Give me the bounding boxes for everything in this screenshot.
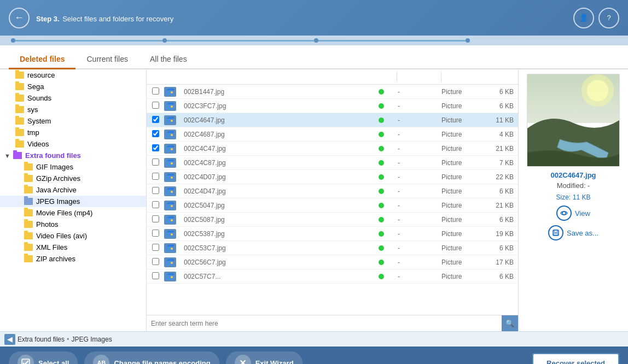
recover-selected-button[interactable]: Recover selected bbox=[532, 353, 619, 364]
table-row[interactable]: 002C5387.jpg-Picture19 KB bbox=[147, 227, 518, 241]
progress-dot-3 bbox=[314, 38, 318, 43]
table-row[interactable]: 002C4687.jpg-Picture4 KB bbox=[147, 127, 518, 142]
tab-all[interactable]: All the files bbox=[139, 50, 198, 69]
sidebar-item-video-avi[interactable]: Video Files (avi) bbox=[0, 230, 146, 242]
checkbox-input[interactable] bbox=[152, 158, 159, 166]
view-label: View bbox=[575, 209, 590, 218]
file-date: - bbox=[398, 116, 441, 124]
checkbox-input[interactable] bbox=[152, 130, 159, 137]
sidebar-item-xml[interactable]: XML Files bbox=[0, 242, 146, 253]
checkbox-input[interactable] bbox=[152, 187, 159, 194]
row-checkbox[interactable] bbox=[147, 244, 164, 253]
table-row[interactable]: 002C4C47.jpg-Picture21 KB bbox=[147, 142, 518, 156]
row-checkbox[interactable] bbox=[147, 173, 164, 181]
table-row[interactable]: 002C4647.jpg-Picture11 KB bbox=[147, 113, 518, 127]
sidebar-item-videos[interactable]: Videos bbox=[0, 138, 146, 150]
select-all-label: Select all bbox=[38, 359, 69, 365]
row-checkbox[interactable] bbox=[147, 130, 164, 139]
table-row[interactable]: 002C57C7...-Picture6 KB bbox=[147, 269, 518, 284]
checkbox-input[interactable] bbox=[152, 173, 159, 180]
file-type: Picture bbox=[441, 244, 485, 252]
checkbox-input[interactable] bbox=[152, 215, 159, 222]
row-checkbox[interactable] bbox=[147, 87, 164, 96]
checkbox-input[interactable] bbox=[152, 244, 159, 251]
sidebar-item-sys[interactable]: sys bbox=[0, 104, 146, 115]
sidebar-item-jpeg[interactable]: JPEG Images bbox=[0, 196, 146, 207]
row-checkbox[interactable] bbox=[147, 201, 164, 210]
search-button[interactable]: 🔍 bbox=[502, 315, 518, 331]
table-row[interactable]: 002C5087.jpg-Picture6 KB bbox=[147, 213, 518, 227]
row-checkbox[interactable] bbox=[147, 258, 164, 267]
sidebar-item-gif[interactable]: GIF Images bbox=[0, 161, 146, 173]
row-checkbox[interactable] bbox=[147, 116, 164, 125]
checkbox-input[interactable] bbox=[152, 102, 159, 109]
sidebar-item-zip[interactable]: ZIP archives bbox=[0, 253, 146, 265]
preview-canvas bbox=[527, 74, 619, 166]
encoding-button[interactable]: AB Change file names encoding bbox=[84, 351, 219, 364]
table-row[interactable]: 002C4D47.jpg-Picture6 KB bbox=[147, 184, 518, 198]
exit-button[interactable]: ✕ Exit Wizard bbox=[226, 351, 303, 364]
special-folder-icon bbox=[13, 152, 22, 159]
checkbox-input[interactable] bbox=[152, 144, 159, 151]
breadcrumb-back[interactable]: ◀ bbox=[4, 334, 15, 345]
row-checkbox[interactable] bbox=[147, 102, 164, 110]
encoding-label: Change file names encoding bbox=[114, 359, 210, 365]
footer: Select all AB Change file names encoding… bbox=[0, 347, 628, 364]
help-button[interactable]: ? bbox=[598, 8, 619, 28]
table-row[interactable]: 002C3FC7.jpg-Picture6 KB bbox=[147, 99, 518, 113]
sidebar-item-extra-found[interactable]: ▼ Extra found files bbox=[0, 150, 146, 161]
progress-line-2 bbox=[167, 40, 314, 42]
row-checkbox[interactable] bbox=[147, 272, 164, 281]
file-thumbnail bbox=[164, 101, 182, 111]
table-row[interactable]: 002C4D07.jpg-Picture22 KB bbox=[147, 170, 518, 184]
breadcrumb-extra-found[interactable]: Extra found files bbox=[18, 336, 65, 343]
table-row[interactable]: 002C4C87.jpg-Picture7 KB bbox=[147, 156, 518, 170]
sidebar-item-resource[interactable]: resource bbox=[0, 69, 146, 81]
table-row[interactable]: 002B1447.jpg-Picture6 KB bbox=[147, 85, 518, 99]
row-checkbox[interactable] bbox=[147, 215, 164, 224]
folder-icon bbox=[15, 118, 24, 125]
table-row[interactable]: 002C5047.jpg-Picture21 KB bbox=[147, 198, 518, 213]
checkbox-input[interactable] bbox=[152, 116, 159, 123]
select-all-icon bbox=[18, 355, 34, 364]
checkbox-input[interactable] bbox=[152, 272, 159, 279]
sidebar-item-sega[interactable]: Sega bbox=[0, 81, 146, 92]
select-all-button[interactable]: Select all bbox=[9, 351, 78, 364]
breadcrumb-jpeg[interactable]: JPEG Images bbox=[72, 336, 112, 343]
sidebar-item-java[interactable]: Java Archive bbox=[0, 184, 146, 196]
checkbox-input[interactable] bbox=[152, 201, 159, 208]
folder-icon bbox=[15, 129, 24, 136]
tab-current[interactable]: Current files bbox=[75, 50, 138, 69]
tab-deleted[interactable]: Deleted files bbox=[9, 50, 75, 69]
user-button[interactable]: 👤 bbox=[573, 8, 594, 28]
search-input[interactable] bbox=[147, 315, 502, 331]
folder-icon bbox=[24, 244, 33, 251]
checkbox-input[interactable] bbox=[152, 258, 159, 265]
preview-size-label: Size: bbox=[556, 193, 571, 201]
saveas-action[interactable]: Save as... bbox=[548, 225, 598, 240]
saveas-label: Save as... bbox=[567, 229, 598, 237]
sidebar-item-movie[interactable]: Movie Files (mp4) bbox=[0, 207, 146, 219]
svg-point-17 bbox=[171, 162, 173, 165]
svg-marker-28 bbox=[166, 216, 174, 218]
sidebar-item-photos[interactable]: Photos bbox=[0, 219, 146, 230]
row-checkbox[interactable] bbox=[147, 158, 164, 167]
sidebar-item-label: tmp bbox=[27, 128, 39, 137]
sidebar-item-gzip[interactable]: GZip Archives bbox=[0, 173, 146, 184]
table-row[interactable]: 002C56C7.jpg-Picture17 KB bbox=[147, 255, 518, 269]
file-list: 002B1447.jpg-Picture6 KB002C3FC7.jpg-Pic… bbox=[147, 85, 518, 315]
view-action[interactable]: View bbox=[556, 206, 590, 221]
sidebar-item-system[interactable]: System bbox=[0, 115, 146, 127]
back-button[interactable]: ← bbox=[9, 8, 30, 28]
checkbox-input[interactable] bbox=[152, 87, 159, 95]
row-checkbox[interactable] bbox=[147, 144, 164, 153]
row-checkbox[interactable] bbox=[147, 230, 164, 238]
preview-panel: 002C4647.jpg Modified: - Size: 11 KB Vie… bbox=[519, 69, 628, 331]
sidebar-item-sounds[interactable]: Sounds bbox=[0, 92, 146, 104]
progress-step-4 bbox=[466, 38, 617, 43]
sidebar-item-tmp[interactable]: tmp bbox=[0, 127, 146, 138]
row-checkbox[interactable] bbox=[147, 187, 164, 196]
file-type: Picture bbox=[441, 102, 485, 110]
table-row[interactable]: 002C53C7.jpg-Picture6 KB bbox=[147, 241, 518, 255]
checkbox-input[interactable] bbox=[152, 230, 159, 237]
